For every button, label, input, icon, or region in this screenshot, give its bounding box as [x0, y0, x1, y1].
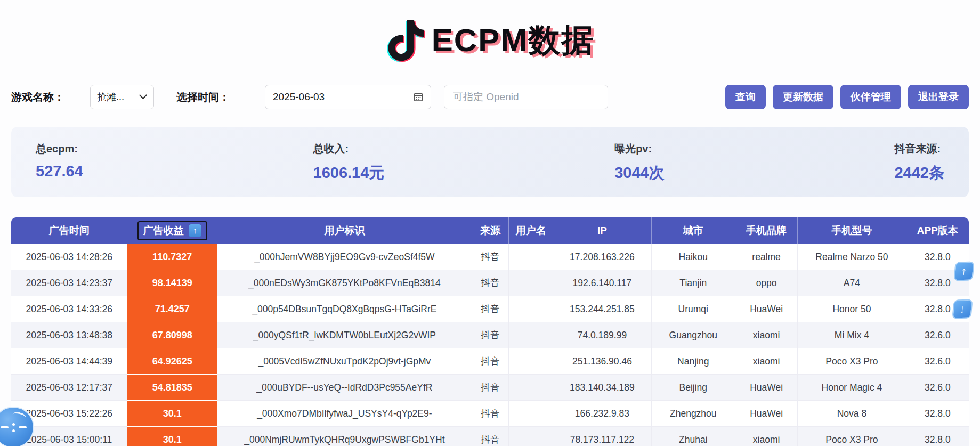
cell-user-id: _000yQSf1tR_lwKDMTW0bLEutXj2G2vWIP: [217, 322, 472, 348]
cell-ad-revenue: 110.7327: [127, 244, 217, 270]
cell-ip: 78.173.117.122: [553, 427, 651, 446]
cell-source: 抖音: [472, 427, 509, 446]
logout-button[interactable]: 退出登录: [908, 85, 969, 109]
data-table-wrap: 广告时间 广告收益 ↑ 用户标识 来源 用户名 IP 城市 手机品牌 手机型号 …: [11, 217, 969, 446]
stat-douyin-source: 抖音来源: 2442条: [894, 142, 944, 197]
cell-ad-time: 2025-06-03 14:33:26: [11, 296, 127, 322]
scroll-up-button[interactable]: ↑: [953, 261, 974, 281]
cell-ad-revenue: 64.92625: [127, 348, 217, 375]
table-row: 2025-06-03 13:48:3867.80998_000yQSf1tR_l…: [11, 322, 969, 348]
chevron-down-icon: [139, 94, 147, 100]
cell-ip: 74.0.189.99: [553, 322, 651, 348]
col-ad-time[interactable]: 广告时间: [11, 217, 127, 244]
cell-user-id: _000p54DBsunTgqDQ8XgBqpsG-HTaGiRrE: [217, 296, 472, 322]
cell-phone-brand: xiaomi: [735, 322, 798, 348]
table-row: 2025-06-03 12:17:3754.81835_000uBYDF--us…: [11, 375, 969, 401]
col-ip[interactable]: IP: [553, 217, 651, 244]
cell-source: 抖音: [472, 270, 509, 296]
page-title: ECPM数据: [432, 19, 594, 62]
game-select-value: 抢滩...: [97, 91, 124, 103]
cell-ad-time: 2025-06-03 14:44:39: [11, 348, 127, 375]
cell-ad-time: 2025-06-03 12:17:37: [11, 375, 127, 401]
cell-ip: 192.6.140.117: [553, 270, 651, 296]
col-ad-revenue[interactable]: 广告收益 ↑: [127, 217, 217, 244]
logo: ECPM数据: [11, 0, 969, 81]
cell-username: [509, 296, 553, 322]
cell-city: Nanjing: [652, 348, 735, 375]
col-phone-model[interactable]: 手机型号: [798, 217, 906, 244]
date-picker[interactable]: 2025-06-03: [265, 85, 431, 109]
cell-phone-model: A74: [798, 270, 906, 296]
stat-total-ecpm: 总ecpm: 527.64: [36, 142, 83, 197]
cell-username: [509, 375, 553, 401]
cell-phone-model: Nova 8: [798, 401, 906, 427]
cell-phone-model: Poco X3 Pro: [798, 348, 906, 375]
openid-input[interactable]: [444, 85, 608, 109]
cell-ad-time: 2025-06-03 14:28:26: [11, 244, 127, 270]
cell-phone-model: Mi Mix 4: [798, 322, 906, 348]
cell-phone-brand: realme: [735, 244, 798, 270]
cell-app-version: 32.8.0: [906, 401, 969, 427]
cell-user-id: _000hJemVW8BYjj9EO9Gv9-cvZeoSf4f5W: [217, 244, 472, 270]
cell-phone-brand: xiaomi: [735, 348, 798, 375]
col-user-id[interactable]: 用户标识: [217, 217, 472, 244]
col-phone-brand[interactable]: 手机品牌: [735, 217, 798, 244]
cell-source: 抖音: [472, 401, 509, 427]
page: ECPM数据 游戏名称： 抢滩... 选择时间： 2025-06-03 查询 更…: [0, 0, 980, 446]
cell-ad-revenue: 54.81835: [127, 375, 217, 401]
cell-app-version: 32.6.0: [906, 375, 969, 401]
cell-ad-time: 2025-06-03 14:23:37: [11, 270, 127, 296]
time-label: 选择时间：: [176, 90, 230, 104]
revenue-sort-control[interactable]: 广告收益 ↑: [137, 221, 207, 240]
cell-ip: 251.136.90.46: [553, 348, 651, 375]
partner-manage-button[interactable]: 伙伴管理: [840, 85, 901, 109]
cell-ad-revenue: 71.4257: [127, 296, 217, 322]
stat-label: 抖音来源:: [894, 142, 944, 156]
cell-ad-revenue: 98.14139: [127, 270, 217, 296]
col-ad-revenue-label: 广告收益: [143, 224, 184, 238]
table-row: 2025-06-03 14:28:26110.7327_000hJemVW8BY…: [11, 244, 969, 270]
stat-value: 527.64: [36, 163, 83, 180]
cell-username: [509, 401, 553, 427]
cell-username: [509, 244, 553, 270]
cell-username: [509, 348, 553, 375]
col-app-version[interactable]: APP版本: [906, 217, 969, 244]
stat-label: 总收入:: [313, 142, 385, 156]
update-data-button[interactable]: 更新数据: [773, 85, 833, 109]
cell-phone-brand: xiaomi: [735, 427, 798, 446]
ball-face: [0, 408, 33, 446]
cell-user-id: _000NmjRUwmTykQHRq9UxgwPSWBFGb1YHt: [217, 427, 472, 446]
stat-total-income: 总收入: 1606.14元: [313, 142, 385, 197]
col-city[interactable]: 城市: [652, 217, 735, 244]
calendar-icon: [414, 92, 423, 102]
table-header-row: 广告时间 广告收益 ↑ 用户标识 来源 用户名 IP 城市 手机品牌 手机型号 …: [11, 217, 969, 244]
data-table: 广告时间 广告收益 ↑ 用户标识 来源 用户名 IP 城市 手机品牌 手机型号 …: [11, 217, 969, 446]
cell-ad-revenue: 30.1: [127, 427, 217, 446]
cell-phone-model: Honor 50: [798, 296, 906, 322]
stats-panel: 总ecpm: 527.64 总收入: 1606.14元 曝光pv: 3044次 …: [11, 127, 969, 197]
game-select[interactable]: 抢滩...: [90, 85, 154, 109]
scroll-down-button[interactable]: ↓: [952, 299, 973, 319]
cell-phone-model: Poco X3 Pro: [798, 427, 906, 446]
stat-label: 总ecpm:: [36, 142, 83, 156]
cell-city: Beijing: [652, 375, 735, 401]
table-row: 2025-06-03 14:23:3798.14139_000nEDsWy3mG…: [11, 270, 969, 296]
cell-city: Zhengzhou: [652, 401, 735, 427]
table-row: 2025-06-03 15:22:2630.1_000Xmo7DMbIlfyfw…: [11, 401, 969, 427]
cell-user-id: _0005VcdI5wZfNUxuTpdK2pOj9vt-jGpMv: [217, 348, 472, 375]
cell-source: 抖音: [472, 322, 509, 348]
tiktok-note-icon: [386, 15, 426, 66]
cell-ip: 17.208.163.226: [553, 244, 651, 270]
stat-exposure-pv: 曝光pv: 3044次: [614, 142, 665, 197]
query-button[interactable]: 查询: [725, 85, 766, 109]
cell-source: 抖音: [472, 348, 509, 375]
sort-up-arrow-icon[interactable]: ↑: [189, 224, 201, 237]
cell-ad-revenue: 67.80998: [127, 322, 217, 348]
col-username[interactable]: 用户名: [509, 217, 553, 244]
cell-source: 抖音: [472, 296, 509, 322]
cell-username: [509, 270, 553, 296]
floating-assistant-ball[interactable]: [0, 407, 34, 446]
cell-user-id: _000nEDsWy3mGK875YKtPo8KFVnEqB3814: [217, 270, 472, 296]
col-source[interactable]: 来源: [472, 217, 509, 244]
action-buttons: 查询 更新数据 伙伴管理 退出登录: [725, 85, 969, 109]
